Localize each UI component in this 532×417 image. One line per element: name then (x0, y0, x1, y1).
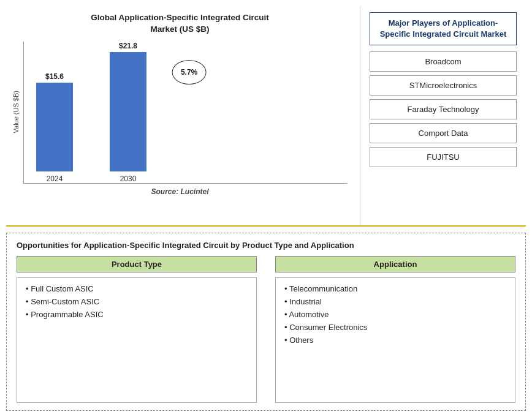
bottom-section: Opportunities for Application-Specific I… (6, 233, 526, 411)
player-comport: Comport Data (370, 123, 517, 143)
player-broadcom: Broadcom (370, 51, 517, 72)
bars-container: 5.7% $15.6 2024 $21.8 2030 (23, 42, 348, 184)
app-item-4: Others (284, 336, 506, 345)
players-title: Major Players of Application-Specific In… (370, 12, 517, 45)
product-type-list: Full Custom ASIC Semi-Custom ASIC Progra… (17, 277, 257, 403)
chart-title: Global Application-Specific Integrated C… (91, 12, 269, 36)
source-text: Source: Lucintel (151, 187, 208, 196)
chart-inner: 5.7% $15.6 2024 $21.8 2030 (23, 42, 348, 182)
product-type-header: Product Type (17, 256, 257, 272)
opportunities-content: Product Type Full Custom ASIC Semi-Custo… (17, 256, 515, 403)
app-item-2: Automotive (284, 310, 506, 319)
y-axis-label: Value (US $B) (12, 91, 20, 133)
product-item-1: Semi-Custom ASIC (26, 297, 248, 306)
cagr-bubble: 5.7% (172, 60, 207, 85)
bar-2024 (36, 83, 73, 171)
bar-group-2030: $21.8 2030 (110, 42, 146, 183)
chart-area: Global Application-Specific Integrated C… (6, 6, 360, 225)
player-stmicro: STMicroelectronics (370, 75, 517, 96)
opportunities-title: Opportunities for Application-Specific I… (17, 241, 515, 250)
bar-value-2030: $21.8 (119, 42, 137, 50)
bar-label-2030: 2030 (120, 175, 137, 183)
player-faraday: Faraday Technology (370, 99, 517, 119)
product-item-0: Full Custom ASIC (26, 284, 248, 293)
app-item-0: Telecommunication (284, 284, 506, 293)
bar-value-2024: $15.6 (45, 72, 64, 81)
main-container: Global Application-Specific Integrated C… (0, 0, 532, 417)
bar-label-2024: 2024 (47, 175, 63, 183)
application-header: Application (275, 256, 515, 272)
application-column: Application Telecommunication Industrial… (275, 256, 515, 403)
bar-2030 (110, 52, 146, 171)
right-panel: Major Players of Application-Specific In… (360, 6, 526, 225)
bar-group-2024: $15.6 2024 (36, 72, 73, 183)
app-item-1: Industrial (284, 297, 506, 306)
app-item-3: Consumer Electronics (284, 323, 506, 332)
product-type-column: Product Type Full Custom ASIC Semi-Custo… (17, 256, 257, 403)
application-list: Telecommunication Industrial Automotive … (275, 277, 515, 403)
top-section: Global Application-Specific Integrated C… (6, 6, 526, 227)
product-item-2: Programmable ASIC (26, 310, 248, 319)
chart-wrapper: Value (US $B) 5.7% $15.6 2024 (12, 42, 348, 182)
player-fujitsu: FUJITSU (370, 147, 517, 167)
